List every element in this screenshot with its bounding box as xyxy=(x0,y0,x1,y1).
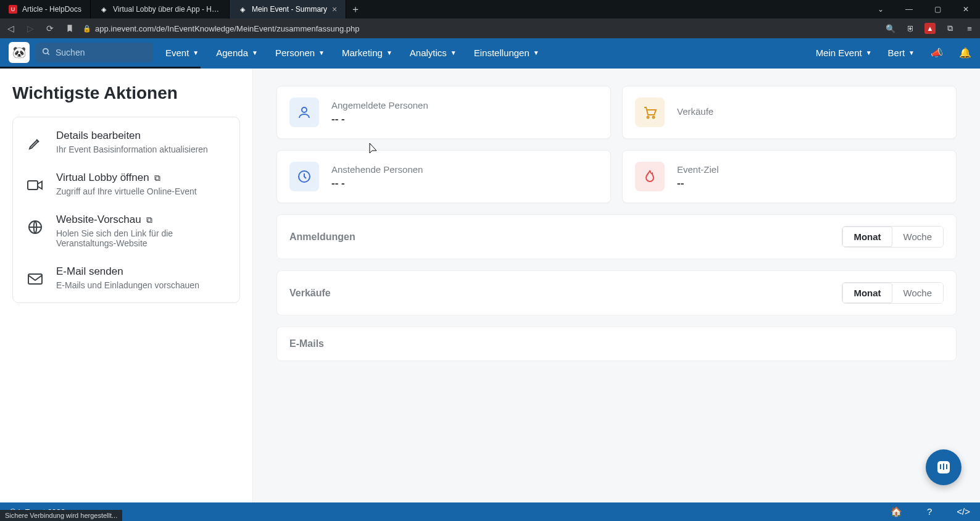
nav-menu-einstellungen[interactable]: Einstellungen▼ xyxy=(474,48,539,58)
chevron-down-icon: ▼ xyxy=(533,49,539,56)
svg-line-1 xyxy=(48,52,49,54)
nav-menu-personen[interactable]: Personen▼ xyxy=(275,48,325,58)
svg-rect-10 xyxy=(940,464,941,469)
shield-ext-icon[interactable]: ⛨ xyxy=(903,22,917,35)
stat-pending[interactable]: Anstehende Personen -- - xyxy=(276,150,611,203)
intercom-launcher[interactable] xyxy=(926,449,961,485)
window-dropdown-icon[interactable]: ⌄ xyxy=(866,0,895,19)
fire-icon xyxy=(635,162,665,191)
app-footer: ® InEvent 2022 🏠 ? </> Sichere Verbindun… xyxy=(0,502,980,521)
lock-icon: 🔒 xyxy=(83,25,91,33)
pip-icon[interactable]: ⧉ xyxy=(943,22,957,35)
nav-back-button[interactable]: ◁ xyxy=(4,22,17,35)
address-bar[interactable]: 🔒 app.inevent.com/de/InEventKnowledge/Me… xyxy=(83,21,878,36)
tab-close-icon[interactable]: × xyxy=(332,4,337,14)
window-controls: ⌄ — ▢ ✕ xyxy=(866,0,980,19)
bell-icon[interactable]: 🔔 xyxy=(959,47,971,59)
seg-week[interactable]: Woche xyxy=(892,227,943,247)
person-icon xyxy=(289,98,319,127)
global-search[interactable] xyxy=(36,43,153,62)
segmented-period: Monat Woche xyxy=(842,226,944,248)
warn-ext-icon[interactable]: ▲ xyxy=(923,22,937,35)
zoom-icon[interactable]: 🔍 xyxy=(884,22,897,35)
footer-help-icon[interactable]: ? xyxy=(927,506,932,517)
panel-registrations: Anmeldungen Monat Woche xyxy=(276,214,957,259)
sidebar: Wichtigste Aktionen Details bearbeiten I… xyxy=(0,69,253,502)
svg-point-7 xyxy=(653,117,655,119)
action-sub: Zugriff auf Ihre virtuelle Online-Event xyxy=(56,186,197,196)
svg-rect-12 xyxy=(946,464,947,469)
search-icon xyxy=(42,48,51,58)
window-minimize-icon[interactable]: — xyxy=(895,0,923,19)
footer-home-icon[interactable]: 🏠 xyxy=(891,506,902,517)
action-send-email[interactable]: E-Mail senden E-Mails und Einladungen vo… xyxy=(17,257,236,299)
clock-icon xyxy=(289,162,319,191)
chevron-down-icon: ▼ xyxy=(866,49,872,56)
chevron-down-icon: ▼ xyxy=(451,49,457,56)
tab-label: Mein Event - Summary xyxy=(252,5,327,14)
cart-icon xyxy=(635,98,665,127)
stat-sales[interactable]: Verkäufe xyxy=(622,86,957,139)
stat-goal[interactable]: Event-Ziel -- xyxy=(622,150,957,203)
external-link-icon: ⧉ xyxy=(146,215,152,225)
panel-emails: E-Mails xyxy=(276,327,957,361)
window-maximize-icon[interactable]: ▢ xyxy=(923,0,952,19)
main-content: Angemeldete Personen -- - Verkäufe An xyxy=(253,69,980,502)
footer-code-icon[interactable]: </> xyxy=(957,506,970,517)
envelope-icon xyxy=(24,268,46,290)
chevron-down-icon: ▼ xyxy=(193,49,199,56)
browser-menu-icon[interactable]: ≡ xyxy=(963,22,976,35)
stat-registered[interactable]: Angemeldete Personen -- - xyxy=(276,86,611,139)
globe-icon xyxy=(24,216,46,238)
stat-label: Angemeldete Personen xyxy=(331,100,428,110)
svg-rect-11 xyxy=(943,464,944,470)
stat-label: Anstehende Personen xyxy=(331,164,423,175)
nav-menu-marketing[interactable]: Marketing▼ xyxy=(342,48,392,58)
nav-forward-button[interactable]: ▷ xyxy=(23,22,37,35)
user-menu[interactable]: Bert▼ xyxy=(888,48,915,58)
app-topnav: 🐼 Event▼ Agenda▼ Personen▼ Marketing▼ An… xyxy=(0,38,980,67)
chevron-down-icon: ▼ xyxy=(386,49,392,56)
seg-month[interactable]: Monat xyxy=(842,283,892,303)
browser-tab[interactable]: ◈ Virtual Lobby über die App - HelpDocs xyxy=(91,0,230,19)
panel-title: E-Mails xyxy=(289,338,324,349)
action-edit-details[interactable]: Details bearbeiten Ihr Event Basisinform… xyxy=(17,121,236,163)
context-switcher[interactable]: Mein Event▼ xyxy=(816,48,872,58)
stat-value: -- - xyxy=(331,177,423,190)
nav-menu-event[interactable]: Event▼ xyxy=(165,48,199,58)
svg-rect-4 xyxy=(28,274,42,284)
nav-menu-analytics[interactable]: Analytics▼ xyxy=(410,48,457,58)
action-sub: E-Mails und Einladungen vorschauen xyxy=(56,280,199,290)
action-website-preview[interactable]: Website-Vorschau⧉ Holen Sie sich den Lin… xyxy=(17,205,236,257)
sidebar-heading: Wichtigste Aktionen xyxy=(12,83,240,103)
nav-reload-button[interactable]: ⟳ xyxy=(43,22,57,35)
tab-label: Article - HelpDocs xyxy=(22,5,81,14)
action-open-lobby[interactable]: Virtual Lobby öffnen⧉ Zugriff auf Ihre v… xyxy=(17,163,236,205)
action-sub: Ihr Event Basisinformation aktualisieren xyxy=(56,144,208,154)
action-title: E-Mail senden xyxy=(56,265,123,278)
seg-month[interactable]: Monat xyxy=(842,227,892,247)
nav-menu-agenda[interactable]: Agenda▼ xyxy=(216,48,258,58)
svg-rect-2 xyxy=(28,181,38,190)
search-input[interactable] xyxy=(56,48,147,57)
tab-label: Virtual Lobby über die App - HelpDocs xyxy=(113,5,220,14)
chevron-down-icon: ▼ xyxy=(252,49,258,56)
megaphone-icon[interactable]: 📣 xyxy=(931,47,943,59)
favicon-inevent-icon: ◈ xyxy=(238,5,247,14)
stat-value: -- xyxy=(677,177,719,190)
seg-week[interactable]: Woche xyxy=(892,283,943,303)
action-title: Virtual Lobby öffnen xyxy=(56,172,149,184)
url-text: app.inevent.com/de/InEventKnowledge/Mein… xyxy=(95,24,360,33)
app-logo-icon[interactable]: 🐼 xyxy=(9,42,30,63)
browser-tab-active[interactable]: ◈ Mein Event - Summary × xyxy=(230,0,346,19)
panel-sales: Verkäufe Monat Woche xyxy=(276,270,957,315)
action-title: Website-Vorschau xyxy=(56,214,141,226)
new-tab-button[interactable]: ＋ xyxy=(346,3,365,16)
browser-tab[interactable]: U Article - HelpDocs xyxy=(0,0,91,19)
browser-status-text: Sichere Verbindung wird hergestellt... xyxy=(0,510,122,521)
intercom-icon xyxy=(935,459,952,476)
bookmark-icon[interactable] xyxy=(63,22,77,35)
panel-title: Verkäufe xyxy=(289,288,331,299)
window-close-icon[interactable]: ✕ xyxy=(952,0,980,19)
svg-point-5 xyxy=(302,107,307,112)
